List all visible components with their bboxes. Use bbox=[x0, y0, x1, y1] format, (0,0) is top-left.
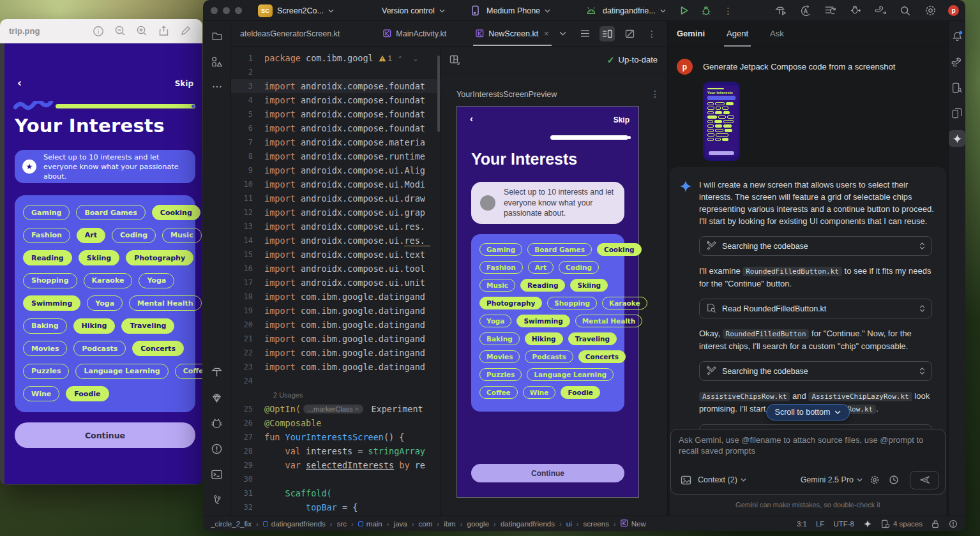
minimize-window-icon[interactable] bbox=[223, 7, 230, 14]
breadcrumb-item[interactable]: com bbox=[419, 520, 433, 528]
attach-image-icon[interactable] bbox=[679, 473, 693, 487]
vcs-icon[interactable] bbox=[209, 491, 225, 508]
search-icon[interactable] bbox=[898, 4, 912, 18]
interest-chip: Coffee bbox=[175, 364, 202, 379]
run-config-selector[interactable]: datingandfrie... bbox=[584, 0, 666, 21]
gemini-status-icon[interactable] bbox=[863, 519, 872, 528]
structure-icon[interactable] bbox=[577, 26, 592, 41]
tab-options-icon[interactable]: ⋮ bbox=[644, 26, 660, 41]
chip-row: PuzzlesLanguage Learning bbox=[479, 368, 616, 381]
tool-call-expander[interactable]: Read RoundedFilledButton.kt bbox=[699, 299, 932, 318]
breadcrumb-item[interactable]: src bbox=[337, 520, 347, 528]
warning-badge[interactable]: 1 bbox=[379, 54, 392, 62]
breadcrumb-item[interactable]: screens bbox=[584, 520, 609, 528]
code-editor[interactable]: 1package com.ibm.googl1⌃ ⌄23import andro… bbox=[231, 47, 441, 516]
tab-list-chevron-icon[interactable] bbox=[555, 26, 570, 41]
right-tool-strip bbox=[948, 21, 965, 516]
breadcrumb-item[interactable]: main bbox=[358, 520, 382, 528]
gradle-icon[interactable] bbox=[949, 54, 965, 70]
project-selector[interactable]: SC Screen2Co... bbox=[258, 0, 334, 21]
editor-scrollbar[interactable] bbox=[437, 56, 440, 132]
logcat-icon[interactable] bbox=[209, 415, 225, 431]
share-icon[interactable] bbox=[153, 24, 174, 38]
breadcrumb-item[interactable]: datingandfriends bbox=[501, 520, 555, 528]
send-button[interactable] bbox=[910, 471, 939, 489]
breadcrumb-item[interactable]: ibm bbox=[444, 520, 456, 528]
project-folder-icon[interactable] bbox=[209, 27, 225, 44]
tab-agent[interactable]: Agent bbox=[727, 21, 748, 47]
gemini-settings-icon[interactable] bbox=[868, 473, 882, 487]
gemini-icon[interactable] bbox=[949, 130, 965, 147]
interest-chip: Wine bbox=[523, 386, 556, 399]
tab-newscreen[interactable]: NewScreen.kt × bbox=[471, 21, 554, 46]
indent-widget[interactable]: 4 spaces bbox=[881, 519, 923, 528]
model-selector[interactable]: Gemini 2.5 Pro bbox=[801, 475, 863, 484]
terminal-icon[interactable] bbox=[209, 466, 225, 482]
read-icon bbox=[706, 303, 716, 315]
device-manager-icon[interactable] bbox=[949, 79, 965, 96]
usages-inlay-hint[interactable]: 2 Usages bbox=[231, 391, 303, 399]
debug-icon[interactable] bbox=[699, 4, 713, 18]
device-selector[interactable]: Medium Phone bbox=[468, 0, 550, 21]
attached-screenshot-thumbnail[interactable]: Your Interests bbox=[703, 82, 740, 161]
preview-file-icon[interactable] bbox=[622, 26, 637, 41]
gemini-prompt-input[interactable] bbox=[679, 435, 937, 468]
scroll-to-bottom-button[interactable]: Scroll to bottom bbox=[766, 404, 850, 421]
breadcrumb-item[interactable]: New bbox=[621, 519, 646, 528]
lock-icon[interactable] bbox=[931, 519, 940, 528]
mockup-image: ‹ Skip Your Interests ★ Select up to 10 … bbox=[0, 43, 202, 484]
interest-chip: Coding bbox=[559, 261, 599, 274]
zoom-out-icon[interactable] bbox=[109, 24, 131, 38]
split-editor-icon[interactable] bbox=[599, 26, 615, 41]
info-icon[interactable]: i bbox=[87, 24, 109, 38]
tool-call-expander[interactable]: Searching the codebase bbox=[699, 236, 932, 256]
user-avatar[interactable]: p bbox=[948, 5, 959, 16]
maximize-window-icon[interactable] bbox=[235, 7, 242, 14]
notifications-icon[interactable] bbox=[949, 28, 965, 45]
debug-sync-icon[interactable] bbox=[848, 4, 863, 18]
breadcrumb-item[interactable]: ui bbox=[566, 520, 572, 528]
inspections-icon[interactable] bbox=[949, 519, 958, 528]
translate-icon[interactable] bbox=[799, 4, 813, 18]
tab-mainactivity[interactable]: MainActivity.kt bbox=[378, 21, 451, 46]
zoom-in-icon[interactable] bbox=[131, 24, 153, 38]
breadcrumb-item[interactable]: datingandfriends bbox=[263, 520, 326, 528]
vcs-widget[interactable]: Version control bbox=[382, 0, 445, 21]
more-actions-icon[interactable]: ⋮ bbox=[721, 4, 735, 18]
tab-ask[interactable]: Ask bbox=[770, 21, 784, 47]
running-devices-icon[interactable] bbox=[949, 105, 965, 121]
preview-layout-icon[interactable] bbox=[447, 52, 462, 68]
build-run-icon[interactable] bbox=[774, 4, 788, 18]
resource-manager-icon[interactable] bbox=[209, 53, 225, 70]
tab-dateideasgeneratorscreen[interactable]: ateldeasGeneratorScreen.kt bbox=[235, 21, 345, 46]
chip-row: BakingHikingTraveling bbox=[479, 332, 616, 345]
breadcrumb-item[interactable]: google bbox=[467, 520, 490, 528]
gradle-sync-icon[interactable] bbox=[873, 4, 887, 18]
code-line: 27fun YourInterestsScreen() { bbox=[231, 430, 441, 444]
caret-position[interactable]: 3:1 bbox=[797, 520, 807, 528]
chip-row: FashionArtCodingMusic bbox=[23, 228, 187, 243]
history-icon[interactable] bbox=[887, 473, 901, 487]
problems-icon[interactable] bbox=[209, 440, 225, 457]
gemini-header: Gemini Agent Ask bbox=[668, 21, 948, 47]
gemini-input-box[interactable]: Context (2) Gemini 2.5 Pro bbox=[670, 429, 946, 495]
close-window-icon[interactable] bbox=[211, 7, 218, 14]
line-separator[interactable]: LF bbox=[816, 520, 824, 528]
file-encoding[interactable]: UTF-8 bbox=[833, 520, 854, 528]
indent-config-icon bbox=[881, 519, 890, 528]
run-icon[interactable] bbox=[677, 4, 691, 18]
breadcrumb-item[interactable]: java bbox=[394, 520, 407, 528]
sync-list-icon[interactable] bbox=[824, 4, 838, 18]
interest-chip: Photography bbox=[126, 250, 193, 265]
breadcrumb-item[interactable]: _circle_2_fix bbox=[211, 520, 252, 528]
settings-icon[interactable] bbox=[923, 4, 937, 18]
context-dropdown[interactable]: Context (2) bbox=[698, 475, 746, 484]
tool-call-expander[interactable]: Searching the codebase bbox=[699, 361, 932, 381]
build-icon[interactable] bbox=[209, 364, 225, 380]
preview-composable-name[interactable]: YourInterestsScreenPreview bbox=[456, 90, 557, 99]
close-tab-icon[interactable]: × bbox=[544, 29, 549, 38]
markup-icon[interactable] bbox=[174, 24, 196, 38]
insights-icon[interactable] bbox=[209, 389, 225, 406]
preview-options-icon[interactable]: ⋮ bbox=[651, 89, 660, 99]
more-tools-icon[interactable] bbox=[209, 78, 225, 95]
